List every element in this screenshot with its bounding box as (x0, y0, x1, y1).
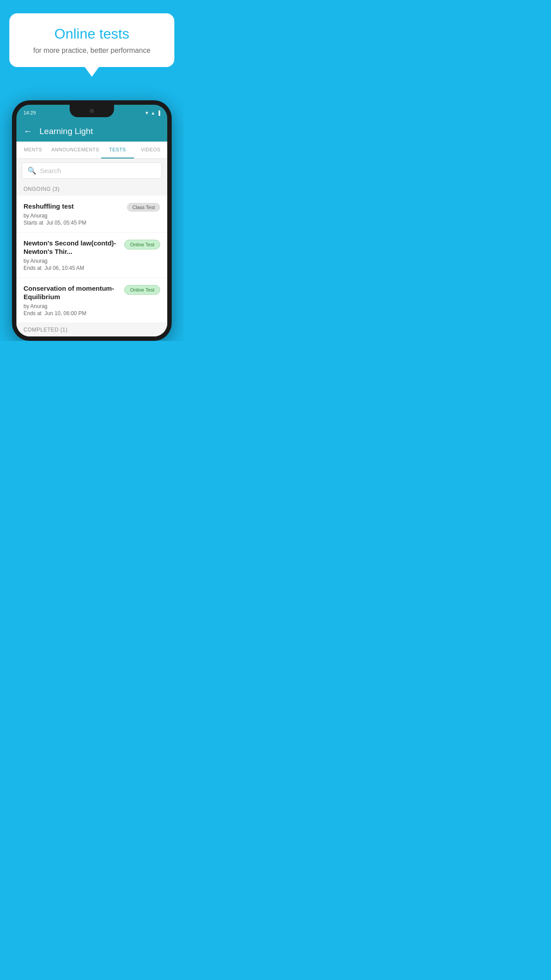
test-name: Newton's Second law(contd)-Newton's Thir… (24, 239, 120, 256)
search-container: 🔍 Search (16, 159, 167, 182)
test-list: Reshuffling test by Anurag Starts at Jul… (16, 196, 167, 323)
test-item[interactable]: Reshuffling test by Anurag Starts at Jul… (16, 196, 167, 233)
test-badge-online-test: Online Test (124, 285, 160, 295)
completed-section-header: COMPLETED (1) (16, 323, 167, 336)
test-info: Newton's Second law(contd)-Newton's Thir… (24, 239, 120, 271)
tab-videos[interactable]: VIDEOS (134, 142, 167, 158)
test-item[interactable]: Conservation of momentum-Equilibrium by … (16, 278, 167, 323)
status-icons: ▼ ▲ ▐ (145, 111, 160, 115)
status-bar: 14:29 ▼ ▲ ▐ (16, 105, 167, 121)
test-author: by Anurag (24, 303, 120, 309)
phone-notch (70, 105, 114, 117)
test-item[interactable]: Newton's Second law(contd)-Newton's Thir… (16, 233, 167, 278)
test-badge-online-test: Online Test (124, 240, 160, 249)
search-icon: 🔍 (28, 166, 36, 175)
app-bar-title: Learning Light (39, 126, 93, 136)
test-info: Conservation of momentum-Equilibrium by … (24, 284, 120, 316)
speech-bubble-subtitle: for more practice, better performance (24, 47, 161, 55)
app-bar: ← Learning Light (16, 121, 167, 142)
speech-bubble: Online tests for more practice, better p… (9, 13, 175, 67)
wifi-icon: ▼ (145, 111, 149, 115)
signal-icon: ▲ (151, 111, 155, 115)
search-box[interactable]: 🔍 Search (22, 162, 162, 179)
search-placeholder: Search (40, 167, 61, 174)
tab-bar: MENTS ANNOUNCEMENTS TESTS VIDEOS (16, 142, 167, 159)
test-name: Reshuffling test (24, 202, 122, 211)
phone-wrapper: 14:29 ▼ ▲ ▐ ← Learning Light MENTS ANNOU… (0, 100, 184, 341)
back-button[interactable]: ← (24, 126, 32, 136)
test-name: Conservation of momentum-Equilibrium (24, 284, 120, 301)
ongoing-section-header: ONGOING (3) (16, 182, 167, 196)
battery-icon: ▐ (157, 111, 160, 115)
app-screen: ← Learning Light MENTS ANNOUNCEMENTS TES… (16, 121, 167, 336)
test-time: Ends at Jul 06, 10:45 AM (24, 265, 120, 271)
test-time: Ends at Jun 10, 06:00 PM (24, 310, 120, 316)
speech-bubble-title: Online tests (24, 26, 161, 42)
speech-bubble-container: Online tests for more practice, better p… (9, 13, 175, 67)
tab-tests[interactable]: TESTS (101, 142, 134, 158)
test-author: by Anurag (24, 258, 120, 264)
tab-ments[interactable]: MENTS (16, 142, 50, 158)
phone-mockup: 14:29 ▼ ▲ ▐ ← Learning Light MENTS ANNOU… (12, 100, 172, 341)
test-badge-class-test: Class Test (127, 203, 160, 212)
status-time: 14:29 (24, 110, 36, 115)
test-info: Reshuffling test by Anurag Starts at Jul… (24, 202, 122, 226)
test-author: by Anurag (24, 213, 122, 219)
tab-announcements[interactable]: ANNOUNCEMENTS (50, 142, 101, 158)
camera-dot (90, 109, 94, 113)
test-time: Starts at Jul 05, 05:45 PM (24, 220, 122, 226)
